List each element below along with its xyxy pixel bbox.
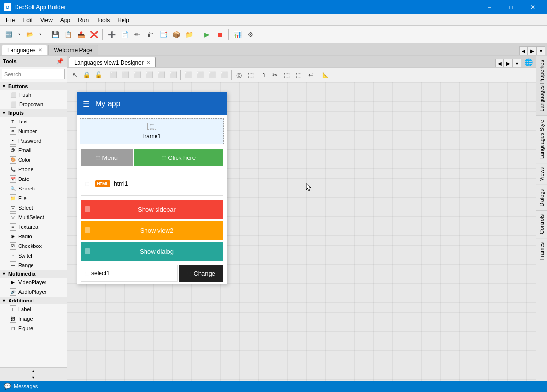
designer-size-w[interactable]: ⬜: [206, 69, 218, 81]
menu-button-preview[interactable]: ⬚ Menu: [81, 149, 133, 166]
stop-button[interactable]: ⏹: [213, 28, 226, 41]
tools-pin-button[interactable]: 📌: [56, 58, 64, 65]
designer-canvas-wrap[interactable]: ☰ My app ⬚ frame1 ⬚ Menu: [67, 82, 536, 381]
tool-number[interactable]: # Number: [0, 126, 67, 136]
designer-align-center[interactable]: ⬜: [120, 69, 131, 81]
export-button[interactable]: 📤: [75, 28, 87, 41]
properties-button[interactable]: 📊: [231, 28, 244, 41]
tool-figure[interactable]: ◻ Figure: [0, 324, 67, 333]
designer-globe-button[interactable]: 🌐: [523, 57, 534, 67]
tool-select[interactable]: ▽ Select: [0, 203, 67, 213]
save-all-button[interactable]: 📋: [62, 28, 74, 41]
menu-edit[interactable]: Edit: [19, 16, 36, 24]
designer-lock-button[interactable]: 🔒: [81, 69, 92, 81]
tool-password[interactable]: • Password: [0, 136, 67, 146]
designer-clone[interactable]: 🗋: [257, 69, 268, 81]
tab-languages-close[interactable]: ✕: [38, 47, 42, 53]
designer-size-h[interactable]: ⬜: [218, 69, 230, 81]
designer-unlock-button[interactable]: 🔓: [93, 69, 104, 81]
show-dialog-button[interactable]: Show dialog: [81, 242, 223, 261]
category-additional[interactable]: ▼ Additional: [0, 297, 67, 304]
tab-nav-right[interactable]: ▶: [528, 46, 536, 55]
tool-range[interactable]: — Range: [0, 260, 67, 270]
right-tab-controls[interactable]: Controls: [536, 210, 547, 238]
designer-align-right[interactable]: ⬜: [132, 69, 143, 81]
tool-videoplayer[interactable]: ▶ VideoPlayer: [0, 278, 67, 287]
add-button[interactable]: ➕: [105, 28, 118, 41]
move-button[interactable]: 📦: [170, 28, 182, 41]
new-split-button[interactable]: 🆕 ▾: [2, 28, 22, 41]
tools-scroll-up[interactable]: ▲: [0, 367, 67, 374]
designer-align-bottom[interactable]: ⬜: [167, 69, 179, 81]
tool-textarea[interactable]: ≡ Textarea: [0, 222, 67, 232]
minimize-button[interactable]: −: [479, 0, 500, 14]
close-button-tb[interactable]: ❌: [88, 28, 100, 41]
designer-undo[interactable]: ↩: [305, 69, 316, 81]
run-button[interactable]: ▶: [201, 28, 213, 41]
tool-email[interactable]: @ Email: [0, 146, 67, 155]
menu-view[interactable]: View: [36, 16, 56, 24]
settings-button[interactable]: ⚙: [244, 28, 257, 41]
right-tab-views[interactable]: Views: [536, 163, 547, 185]
tool-phone[interactable]: 📞 Phone: [0, 165, 67, 174]
tool-checkbox[interactable]: ☑ Checkbox: [0, 241, 67, 251]
designer-view-size[interactable]: 📐: [320, 69, 331, 81]
show-sidebar-button[interactable]: Show sidebar: [81, 200, 223, 219]
tool-search[interactable]: 🔍 Search: [0, 184, 67, 193]
show-view2-button[interactable]: Show view2: [81, 221, 223, 240]
select-box-preview[interactable]: ⬚ select1: [81, 265, 178, 282]
category-buttons[interactable]: ▼ Buttons: [0, 82, 67, 90]
right-tab-dialogs[interactable]: Dialogs: [536, 185, 547, 211]
designer-align-top[interactable]: ⬜: [144, 69, 155, 81]
designer-distribute-h[interactable]: ⬜: [182, 69, 194, 81]
close-button[interactable]: ✕: [522, 0, 543, 14]
menu-app[interactable]: App: [56, 16, 74, 24]
category-inputs[interactable]: ▼ Inputs: [0, 109, 67, 117]
designer-send-back[interactable]: ⬚: [245, 69, 257, 81]
menu-file[interactable]: File: [2, 16, 19, 24]
designer-cut[interactable]: ✂: [269, 69, 280, 81]
right-tab-properties[interactable]: Languages Properties: [536, 56, 547, 115]
tab-welcome[interactable]: Welcome Page: [48, 45, 98, 55]
right-tab-style[interactable]: Languages Style: [536, 115, 547, 163]
copy-button[interactable]: 📑: [157, 28, 169, 41]
designer-align-middle[interactable]: ⬜: [156, 69, 167, 81]
tool-radio[interactable]: ◉ Radio: [0, 232, 67, 241]
category-multimedia[interactable]: ▼ Multimedia: [0, 270, 67, 278]
tab-languages[interactable]: Languages ✕: [2, 45, 47, 55]
delete-button[interactable]: 🗑: [144, 28, 156, 41]
change-button[interactable]: ⬚ Change: [179, 265, 223, 282]
menu-tools[interactable]: Tools: [92, 16, 113, 24]
tools-scroll-down[interactable]: ▼: [0, 374, 67, 381]
inner-tab-nav-right[interactable]: ▶: [504, 59, 513, 67]
rename-button[interactable]: ✏: [131, 28, 144, 41]
tool-multiselect[interactable]: ▽ MultiSelect: [0, 213, 67, 222]
tool-audioplayer[interactable]: 🔊 AudioPlayer: [0, 287, 67, 297]
tab-nav-left[interactable]: ◀: [519, 46, 528, 55]
add2-button[interactable]: 📄: [118, 28, 131, 41]
designer-bring-front[interactable]: ◎: [233, 69, 245, 81]
inner-tab-nav-dropdown[interactable]: ▾: [513, 59, 521, 67]
search-input[interactable]: [2, 69, 65, 79]
right-tab-frames[interactable]: Frames: [536, 238, 547, 264]
designer-arrow-tool[interactable]: ↖: [69, 69, 80, 81]
designer-align-left[interactable]: ⬜: [108, 69, 119, 81]
designer-paste2[interactable]: ⬚: [293, 69, 304, 81]
tool-image[interactable]: 🖼 Image: [0, 314, 67, 324]
save-button[interactable]: 💾: [49, 28, 61, 41]
open-split-button[interactable]: 📂 ▾: [23, 28, 44, 41]
folder-button[interactable]: 📁: [183, 28, 195, 41]
click-here-button[interactable]: ⬚ Click here: [134, 149, 223, 166]
tool-switch[interactable]: ⚬ Switch: [0, 251, 67, 260]
tool-file[interactable]: 📁 File: [0, 193, 67, 203]
tool-text[interactable]: T Text: [0, 117, 67, 126]
tool-label[interactable]: T Label: [0, 304, 67, 314]
tool-push[interactable]: ⬜ Push: [0, 90, 67, 100]
tool-dropdown[interactable]: ⬜ Dropdown: [0, 100, 67, 109]
tab-nav-dropdown[interactable]: ▾: [536, 46, 545, 55]
inner-tab-nav-left[interactable]: ◀: [495, 59, 504, 67]
tab-designer[interactable]: Languages view1 Designer ✕: [69, 57, 156, 67]
maximize-button[interactable]: □: [500, 0, 522, 14]
menu-help[interactable]: Help: [113, 16, 133, 24]
designer-distribute-v[interactable]: ⬜: [194, 69, 206, 81]
